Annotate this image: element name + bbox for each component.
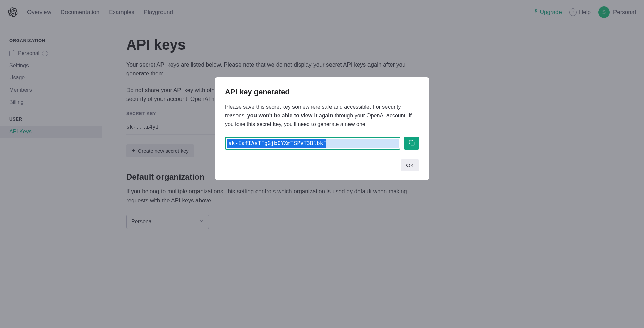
modal-overlay[interactable]: API key generated Please save this secre…: [0, 0, 644, 328]
api-key-modal: API key generated Please save this secre…: [215, 77, 429, 180]
svg-rect-0: [411, 142, 414, 145]
copy-button[interactable]: [404, 137, 419, 150]
modal-title: API key generated: [225, 88, 419, 96]
key-input[interactable]: sk-EafIAsTFgGjb0YXmTSPVT3BlbkF: [225, 137, 400, 150]
modal-footer: OK: [225, 159, 419, 171]
key-value-hidden: [326, 139, 399, 148]
ok-button[interactable]: OK: [401, 159, 419, 171]
copy-icon: [409, 140, 415, 147]
key-row: sk-EafIAsTFgGjb0YXmTSPVT3BlbkF: [225, 137, 419, 150]
modal-body-strong: you won't be able to view it again: [247, 113, 333, 119]
modal-body: Please save this secret key somewhere sa…: [225, 103, 419, 129]
key-value-text: sk-EafIAsTFgGjb0YXmTSPVT3BlbkF: [227, 139, 326, 148]
